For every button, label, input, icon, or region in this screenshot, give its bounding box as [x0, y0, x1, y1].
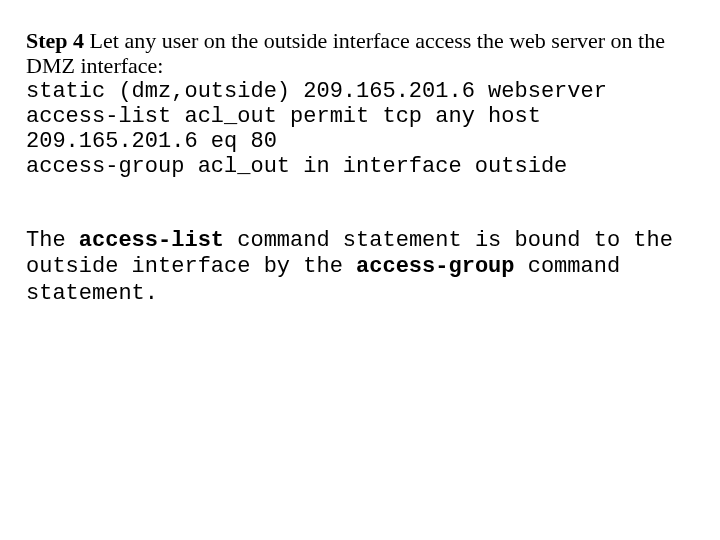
- step-block: Step 4 Let any user on the outside inter…: [26, 28, 688, 79]
- code-line-1: static (dmz,outside) 209.165.201.6 webse…: [26, 79, 607, 104]
- explain-text-1: The: [26, 228, 79, 253]
- cmd-access-group: access-group: [356, 254, 514, 279]
- step-label: Step 4: [26, 28, 84, 53]
- cmd-access-list: access-list: [79, 228, 224, 253]
- code-line-3: access-group acl_out in interface outsid…: [26, 154, 567, 179]
- code-line-2: access-list acl_out permit tcp any host …: [26, 104, 554, 154]
- step-intro: Let any user on the outside interface ac…: [26, 28, 665, 78]
- explanation: The access-list command statement is bou…: [26, 228, 688, 307]
- document-page: Step 4 Let any user on the outside inter…: [0, 0, 720, 307]
- code-block: static (dmz,outside) 209.165.201.6 webse…: [26, 79, 688, 180]
